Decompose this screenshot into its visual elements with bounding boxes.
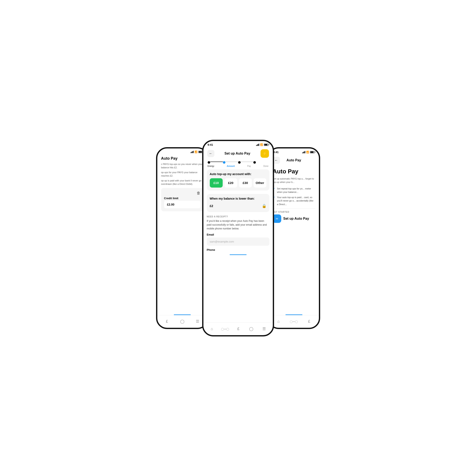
battery-icon-mid xyxy=(264,144,269,146)
left-text2: op-ups for your PAYG your balance reache… xyxy=(161,171,204,178)
nav-menu2[interactable]: ☰ xyxy=(260,326,268,331)
phone-label: Phone xyxy=(207,248,269,252)
lightning-icon: ⚡ xyxy=(262,151,267,156)
back-button-mid[interactable]: ← xyxy=(207,150,214,157)
nav-activity[interactable]: ◌─◌ xyxy=(221,327,229,331)
email-placeholder: sam@example.com xyxy=(207,238,269,246)
balance-card: When my balance is lower than: £2 🔒 xyxy=(207,194,269,212)
phone-right: 9:41 📶 ← Auto Pay Auto Pay Set up automa… xyxy=(268,147,320,329)
step-line-1 xyxy=(210,162,223,162)
get-started-label: GET STARTED xyxy=(273,208,315,213)
topup-card-title: Auto top-up my account with: xyxy=(210,172,266,176)
step-label-pay: Pay xyxy=(247,165,251,167)
bottom-nav-right: ⌂ ◌─◌ £ xyxy=(269,315,319,328)
signal-icon-mid xyxy=(256,144,259,146)
credit-card: 🗑 Credit limit £2.00 xyxy=(161,188,204,211)
nav-item-menu[interactable]: ☰ xyxy=(194,319,201,324)
signal-icon-right xyxy=(302,151,305,153)
back-arrow-mid: ← xyxy=(209,152,213,155)
menu-icon: ☰ xyxy=(196,319,199,324)
receipt-label: NEED A RECEIPT? xyxy=(204,214,273,218)
scene: 📶 Auto Pay c PAYG top-ups so you never w… xyxy=(126,126,350,350)
amount-buttons: £10 £20 £30 Other xyxy=(210,178,266,187)
status-bar-right: 9:41 📶 xyxy=(269,149,319,154)
amount-btn-20[interactable]: £20 xyxy=(224,178,237,187)
step-line-3 xyxy=(241,162,253,162)
setup-auto-pay-button[interactable]: ∞ Set up Auto Pay xyxy=(273,214,315,223)
nav-help2[interactable]: ◯ xyxy=(247,326,255,331)
step-dot-amount xyxy=(223,161,225,164)
nav-payment-right[interactable]: £ xyxy=(305,319,313,324)
bottom-nav-left: £ ◯ ☰ xyxy=(157,315,207,328)
battery-icon-right xyxy=(310,151,315,153)
amount-btn-10[interactable]: £10 xyxy=(210,178,223,187)
step-label-done: Done xyxy=(263,165,269,167)
app-header-right: ← Auto Pay xyxy=(269,154,319,166)
payment-icon-mid: £ xyxy=(237,327,239,331)
status-icons-mid: 📶 xyxy=(256,143,269,146)
nav-activity-right[interactable]: ◌─◌ xyxy=(290,320,298,323)
app-header-mid: ← Set up Auto Pay ⚡ xyxy=(204,147,273,160)
amount-btn-other[interactable]: Other xyxy=(254,178,266,187)
balance-value: £2 xyxy=(210,204,213,208)
nav-item-payment[interactable]: £ xyxy=(163,319,171,324)
credit-value: £2.00 xyxy=(164,201,201,208)
home-icon: ⌂ xyxy=(211,327,213,331)
signal-icon xyxy=(190,151,194,153)
auto-pay-desc: Set up automatic PAYG top-u... forget to… xyxy=(273,177,315,184)
nav-home-right[interactable]: ⌂ xyxy=(275,319,282,324)
phone-left: 📶 Auto Pay c PAYG top-ups so you never w… xyxy=(156,147,208,329)
check-text-1: Set repeat top-ups for yo... meter when … xyxy=(277,187,315,194)
left-title: Auto Pay xyxy=(161,156,204,161)
home-icon-right: ⌂ xyxy=(277,319,280,324)
activity-icon: ◌─◌ xyxy=(221,327,229,331)
steps-labels: Energy Amount Pay Done xyxy=(208,164,269,167)
left-text1: c PAYG top-ups so you never when your ba… xyxy=(161,162,204,169)
left-phone-content: Auto Pay c PAYG top-ups so you never whe… xyxy=(157,154,207,328)
balance-card-title: When my balance is lower than: xyxy=(210,197,266,200)
auto-pay-title: Auto Pay xyxy=(273,168,315,175)
status-bar-left: 📶 xyxy=(157,149,207,154)
lock-icon: 🔒 xyxy=(262,204,266,208)
header-title-mid: Set up Auto Pay xyxy=(224,152,250,155)
check-text-2: Your auto top-up is paid... card, so you… xyxy=(277,196,315,206)
time-mid: 9:41 xyxy=(208,143,213,146)
wifi-icon-right: 📶 xyxy=(306,151,309,153)
step-dot-done xyxy=(253,161,256,164)
help-icon-mid: ◯ xyxy=(249,326,253,331)
infinity-icon: ∞ xyxy=(273,214,281,223)
phone-mid: 9:41 📶 ← Set up Auto Pay ⚡ xyxy=(202,140,274,337)
bottom-nav-mid: ⌂ ◌─◌ £ ◯ ☰ xyxy=(204,323,273,335)
step-line-2 xyxy=(225,162,238,162)
lightning-button[interactable]: ⚡ xyxy=(260,149,269,158)
header-title-right: Auto Pay xyxy=(287,158,301,162)
step-label-amount: Amount xyxy=(227,165,235,167)
nav-payment2[interactable]: £ xyxy=(235,327,242,331)
email-group: Email sam@example.com xyxy=(204,232,273,247)
nav-item-help[interactable]: ◯ xyxy=(178,319,186,324)
steps-container: Energy Amount Pay Done xyxy=(204,160,273,168)
amount-btn-30[interactable]: £30 xyxy=(239,178,252,187)
back-arrow-right: ← xyxy=(275,158,278,162)
check-item-1: ✓ Set repeat top-ups for yo... meter whe… xyxy=(273,187,315,194)
email-label: Email xyxy=(207,233,269,236)
right-phone-content: Auto Pay Set up automatic PAYG top-u... … xyxy=(269,166,319,314)
check-item-2: ✓ Your auto top-up is paid... card, so y… xyxy=(273,196,315,206)
steps-dots xyxy=(208,161,269,164)
status-icons-left: 📶 xyxy=(190,151,203,153)
wifi-icon: 📶 xyxy=(195,151,198,153)
payment-icon: £ xyxy=(166,319,168,324)
status-icons-right: 📶 xyxy=(302,151,315,153)
nav-home[interactable]: ⌂ xyxy=(208,327,216,331)
setup-btn-label: Set up Auto Pay xyxy=(283,217,309,221)
payment-icon-right: £ xyxy=(308,319,310,324)
nav-bar-mid xyxy=(230,255,247,255)
left-text3: op-up is paid with your bank ll never go… xyxy=(161,179,204,186)
trash-icon[interactable]: 🗑 xyxy=(197,191,201,195)
status-bar-mid: 9:41 📶 xyxy=(204,141,273,147)
wifi-icon-mid: 📶 xyxy=(260,143,263,146)
topup-amount-card: Auto top-up my account with: £10 £20 £30… xyxy=(207,169,269,190)
menu-icon-mid: ☰ xyxy=(262,326,266,331)
activity-icon-right: ◌─◌ xyxy=(290,320,298,323)
step-label-energy: Energy xyxy=(208,165,214,167)
